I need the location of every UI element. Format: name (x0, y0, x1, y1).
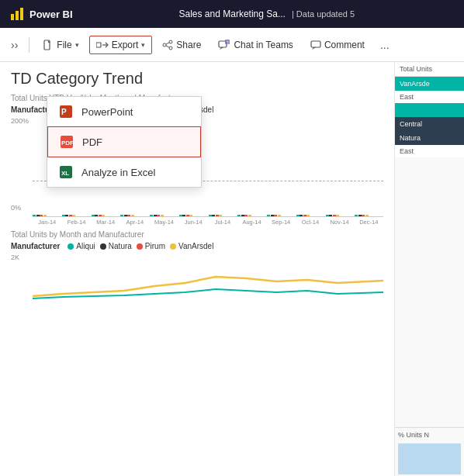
bar-group (150, 215, 178, 216)
bar (127, 215, 130, 216)
bar (306, 215, 310, 216)
file-label: File (57, 40, 71, 50)
bar (326, 215, 329, 216)
svg-text:XL: XL (61, 170, 69, 177)
toolbar: ›› File ▾ Export ▾ Share (0, 28, 464, 62)
powerpoint-label: PowerPoint (81, 106, 133, 118)
export-chevron: ▾ (141, 41, 145, 49)
svg-line-10 (166, 46, 169, 47)
x-axis: Jan-14 Feb-14 Mar-14 Apr-14 May-14 Jun-1… (33, 219, 383, 226)
svg-rect-2 (20, 8, 23, 20)
export-label: Export (112, 40, 139, 50)
more-button[interactable]: ... (375, 36, 395, 53)
bar (216, 215, 219, 216)
bar (102, 215, 105, 216)
comment-icon (310, 40, 321, 50)
bar (333, 215, 336, 216)
chat-teams-button[interactable]: T Chat in Teams (211, 36, 300, 54)
bar (237, 215, 241, 216)
svg-point-7 (169, 47, 172, 50)
bar-group (179, 215, 208, 216)
data-updated: | Data updated 5 (292, 9, 355, 19)
bar-group (33, 215, 61, 216)
comment-button[interactable]: Comment (303, 36, 372, 54)
right-panel: Total Units VanArsde East Central Natura… (394, 62, 464, 476)
right-panel-east2: East (395, 145, 464, 157)
chat-teams-label: Chat in Teams (234, 40, 293, 50)
bar (271, 215, 274, 216)
bar (69, 215, 72, 216)
svg-rect-15 (311, 41, 320, 47)
chart2-legend-natura: Natura (100, 242, 132, 250)
bar (209, 215, 212, 216)
power-bi-icon (9, 6, 25, 22)
bar (365, 215, 369, 216)
file-icon (43, 40, 54, 50)
chat-teams-icon: T (218, 40, 230, 50)
top-bar-title: Sales and Marketing Sa... | Data updated… (79, 9, 455, 19)
more-label: ... (380, 39, 390, 51)
bar (336, 215, 339, 216)
bar (329, 215, 332, 216)
bar (92, 215, 95, 216)
power-bi-logo: Power BI (9, 6, 73, 22)
bar (95, 215, 98, 216)
bar (296, 215, 300, 216)
right-panel-natura: Natura (395, 131, 464, 145)
bar (65, 215, 68, 216)
export-icon (96, 40, 109, 50)
bar (244, 215, 248, 216)
bar (150, 215, 153, 216)
bar (154, 215, 157, 216)
file-button[interactable]: File ▾ (36, 36, 85, 54)
toolbar-divider (29, 37, 29, 53)
bar (36, 215, 40, 216)
svg-text:PDF: PDF (61, 140, 74, 147)
export-dropdown: P PowerPoint PDF PDF XL Analyze in Excel (47, 96, 202, 188)
power-bi-text: Power BI (29, 9, 73, 20)
bar (274, 215, 277, 216)
bar (157, 215, 160, 216)
powerpoint-icon: P (58, 104, 74, 119)
chart2-container: 2K (11, 254, 383, 308)
bar (241, 215, 244, 216)
chart1-yaxis: 200% 0% (11, 117, 33, 226)
bar-group (62, 215, 91, 216)
bar (161, 215, 164, 216)
chart2-legend-aliqui: Aliqui (68, 242, 95, 250)
file-chevron: ▾ (75, 41, 79, 49)
bar-group (326, 215, 355, 216)
pdf-label: PDF (82, 136, 102, 148)
share-button[interactable]: Share (155, 36, 208, 54)
right-panel-central: Central (395, 117, 464, 131)
chart2-yaxis: 2K (11, 254, 33, 308)
bar (278, 215, 281, 216)
right-panel-percent: % Units N (395, 427, 464, 442)
export-pdf-item[interactable]: PDF PDF (47, 126, 201, 157)
excel-label: Analyze in Excel (81, 167, 155, 178)
bar (186, 215, 189, 216)
bar (267, 215, 270, 216)
chart2-title: Total Units by Month and Manufacturer (11, 230, 383, 239)
report-title: Sales and Marketing Sa... (179, 9, 286, 19)
svg-rect-4 (96, 43, 101, 47)
bar (124, 215, 127, 216)
bar (303, 215, 306, 216)
excel-icon: XL (58, 164, 74, 180)
chart2-legend-vanarsdel: VanArsdel (170, 242, 213, 250)
line-chart-svg (33, 254, 383, 300)
bar-group (120, 215, 149, 216)
bar (182, 215, 185, 216)
nav-arrow[interactable]: ›› (6, 36, 23, 54)
bar-group (92, 215, 120, 216)
export-excel-item[interactable]: XL Analyze in Excel (47, 157, 201, 187)
bar (131, 215, 134, 216)
bar (72, 215, 75, 216)
share-icon (162, 40, 173, 50)
svg-point-8 (163, 43, 166, 47)
export-button[interactable]: Export ▾ (89, 36, 153, 54)
export-powerpoint-item[interactable]: P PowerPoint (47, 97, 201, 126)
bar-group (237, 215, 266, 216)
svg-rect-1 (16, 11, 19, 20)
bar (33, 215, 36, 216)
